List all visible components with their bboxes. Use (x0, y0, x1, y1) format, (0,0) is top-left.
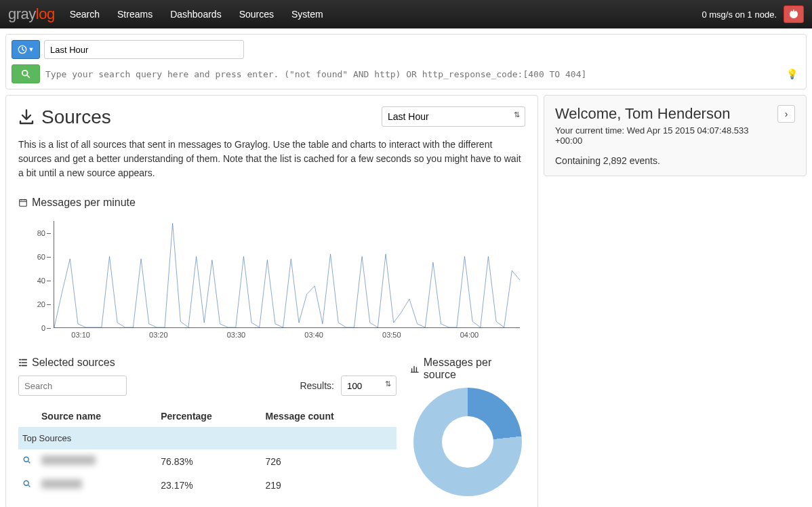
page-title: Sources (18, 106, 111, 128)
cell-count: 726 (261, 449, 397, 473)
cell-source (37, 473, 157, 497)
welcome-title: Welcome, Tom Henderson (555, 105, 772, 123)
nav-item-sources[interactable]: Sources (239, 9, 274, 20)
chevron-right-icon: › (785, 108, 788, 119)
expand-button[interactable]: › (777, 105, 795, 123)
time-preset-button[interactable]: ▼ (12, 40, 40, 59)
power-button[interactable] (784, 5, 804, 23)
list-icon (18, 358, 28, 367)
logo[interactable]: graylog (8, 5, 55, 23)
tip-bulb-icon[interactable]: 💡 (786, 68, 800, 79)
sources-table: Source name Percentage Message count Top… (18, 405, 397, 497)
section-messages-per-source: Messages per source (410, 357, 525, 381)
source-filter-input[interactable] (18, 376, 127, 396)
page-title-text: Sources (41, 106, 111, 128)
time-range-input[interactable] (44, 40, 244, 59)
calendar-icon (18, 198, 28, 207)
logo-gray: gray (8, 5, 36, 22)
query-input[interactable] (44, 66, 782, 82)
power-icon (789, 9, 798, 19)
main-panel: Sources Last Hour This is a list of all … (5, 95, 538, 507)
section-selected-sources: Selected sources (18, 357, 397, 369)
cell-count: 219 (261, 473, 397, 497)
svg-point-4 (24, 481, 28, 485)
search-icon (21, 69, 31, 79)
table-row[interactable]: 76.83% 726 (18, 449, 397, 473)
line-chart[interactable]: 020406080 03:1003:2003:3003:4003:5004:00 (18, 216, 525, 344)
row-search-icon[interactable] (18, 449, 37, 473)
group-row: Top Sources (18, 427, 397, 449)
range-select[interactable]: Last Hour (382, 106, 525, 127)
search-button[interactable] (12, 64, 40, 83)
section-selected-title: Selected sources (32, 357, 115, 369)
nav-right: 0 msg/s on 1 node. (702, 5, 804, 23)
logo-log: log (36, 5, 55, 22)
donut-chart[interactable] (413, 388, 522, 496)
welcome-events: Containing 2,892 events. (555, 155, 772, 166)
nav-items: Search Streams Dashboards Sources System (70, 9, 323, 20)
svg-rect-2 (20, 200, 27, 207)
nav-item-streams[interactable]: Streams (117, 9, 153, 20)
caret-down-icon: ▼ (28, 46, 35, 53)
welcome-time: Your current time: Wed Apr 15 2015 04:07… (555, 125, 772, 146)
nav-item-dashboards[interactable]: Dashboards (170, 9, 222, 20)
page-description: This is a list of all sources that sent … (18, 138, 525, 180)
col-source-name[interactable]: Source name (37, 405, 157, 427)
nav-item-search[interactable]: Search (70, 9, 100, 20)
clock-icon (18, 45, 27, 54)
download-icon (18, 109, 35, 125)
results-select[interactable]: 100 (341, 376, 397, 396)
cell-percentage: 76.83% (157, 449, 261, 473)
nav-item-system[interactable]: System (291, 9, 323, 20)
row-search-icon[interactable] (18, 473, 37, 497)
cell-source (37, 449, 157, 473)
section-chart-title: Messages per minute (32, 197, 136, 209)
node-status: 0 msg/s on 1 node. (702, 9, 777, 20)
col-message-count[interactable]: Message count (261, 405, 397, 427)
search-bar: ▼ 💡 (5, 34, 807, 89)
col-percentage[interactable]: Percentage (157, 405, 261, 427)
cell-percentage: 23.17% (157, 473, 261, 497)
results-label: Results: (300, 380, 334, 391)
side-panel: Welcome, Tom Henderson Your current time… (544, 95, 807, 176)
navbar: graylog Search Streams Dashboards Source… (0, 0, 812, 28)
barchart-icon (410, 364, 420, 373)
table-row[interactable]: 23.17% 219 (18, 473, 397, 497)
svg-point-3 (24, 457, 28, 462)
section-messages-per-minute: Messages per minute (18, 197, 525, 209)
section-per-source-title: Messages per source (424, 357, 525, 381)
